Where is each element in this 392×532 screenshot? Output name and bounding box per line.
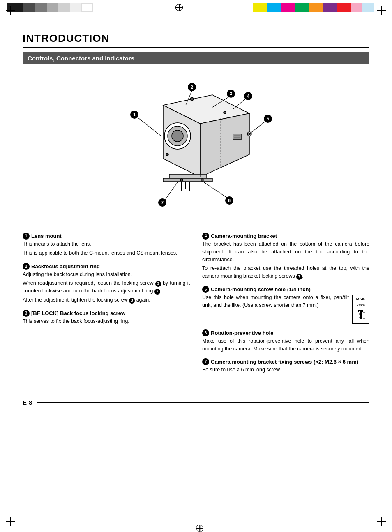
descriptions: 1 Lens mount This means to attach the le…	[23, 233, 369, 380]
ref-7: 7	[296, 274, 302, 280]
svg-text:7: 7	[161, 200, 164, 205]
cb-white	[81, 3, 93, 12]
page-title: INTRODUCTION	[23, 32, 369, 45]
color-bar-right	[253, 3, 385, 12]
desc-body-7: Be sure to use a 6 mm long screw.	[202, 366, 369, 374]
desc-title-6: 6 Rotation-preventive hole	[202, 329, 369, 336]
desc-item-7: 7 Camera mounting bracket fixing screws …	[202, 358, 369, 374]
description-column-right: 4 Camera-mounting bracket The bracket ha…	[202, 233, 369, 380]
description-column-left: 1 Lens mount This means to attach the le…	[23, 233, 190, 380]
svg-text:2: 2	[191, 85, 193, 90]
reg-mark-bottom-left	[6, 517, 15, 526]
camera-diagram: 1 2 3 4 5 6 7	[23, 72, 369, 220]
desc-body-2: Adjusting the back focus during lens ins…	[23, 271, 190, 304]
svg-rect-46	[358, 310, 363, 312]
num-7: 7	[202, 358, 209, 365]
desc-body-3: This serves to fix the back focus-adjust…	[23, 318, 190, 325]
label-3: [BF LOCK] Back focus locking screw	[31, 310, 125, 316]
ref-2a: 2	[154, 289, 160, 295]
desc-body-4: The bracket has been attached on the bot…	[202, 240, 369, 280]
num-5: 5	[202, 286, 209, 293]
svg-text:6: 6	[228, 198, 231, 203]
desc-body-5: MAX. 7mm	[202, 294, 369, 324]
desc-item-2: 2 Backfocus adjustment ring Adjusting th…	[23, 263, 190, 304]
desc-item-5: 5 Camera-mounting screw hole (1/4 inch) …	[202, 286, 369, 324]
svg-line-40	[204, 182, 227, 198]
cb-magenta	[281, 3, 295, 12]
cb-near-white	[70, 3, 81, 12]
crosshair-bottom-center	[196, 525, 203, 532]
svg-point-24	[201, 179, 203, 181]
num-1: 1	[23, 233, 30, 240]
num-3: 3	[23, 310, 30, 317]
section-header: Controls, Connectors and Indicators	[23, 52, 369, 64]
num-2: 2	[23, 263, 30, 270]
svg-rect-13	[163, 178, 212, 182]
svg-text:4: 4	[247, 94, 250, 99]
screw-svg	[355, 309, 367, 322]
svg-line-34	[233, 99, 245, 109]
screw-7mm-label: 7mm	[357, 303, 365, 309]
desc-item-4: 4 Camera-mounting bracket The bracket ha…	[202, 233, 369, 280]
cb-purple	[323, 3, 337, 12]
svg-text:1: 1	[133, 112, 136, 117]
cb-pink	[351, 3, 362, 12]
svg-point-23	[180, 179, 183, 181]
cb-lighter-gray	[58, 3, 70, 12]
label-6: Rotation-preventive hole	[211, 330, 273, 336]
cb-black	[7, 3, 23, 12]
desc-item-6: 6 Rotation-preventive hole Make use of t…	[202, 329, 369, 353]
svg-marker-2	[200, 113, 249, 177]
footer-line	[37, 402, 369, 403]
screw-diagram: MAX. 7mm	[352, 295, 369, 324]
svg-rect-18	[233, 134, 241, 140]
color-bar-left	[7, 3, 98, 12]
screw-max-label: MAX.	[356, 297, 366, 302]
cb-light-gray	[47, 3, 58, 12]
desc-body-1: This means to attach the lens. This is a…	[23, 240, 190, 257]
desc-title-2: 2 Backfocus adjustment ring	[23, 263, 190, 270]
desc-title-4: 4 Camera-mounting bracket	[202, 233, 369, 240]
color-bars-container	[0, 0, 392, 12]
cb-green	[295, 3, 309, 12]
svg-text:5: 5	[267, 116, 269, 121]
num-4: 4	[202, 233, 209, 240]
label-4: Camera-mounting bracket	[211, 233, 277, 239]
label-5: Camera-mounting screw hole (1/4 inch)	[211, 286, 311, 292]
cb-cyan	[267, 3, 281, 12]
crosshair-top-center-right	[175, 4, 183, 11]
desc-item-3: 3 [BF LOCK] Back focus locking screw Thi…	[23, 310, 190, 325]
desc-item-1: 1 Lens mount This means to attach the le…	[23, 233, 190, 257]
svg-line-43	[165, 182, 178, 200]
svg-line-25	[138, 117, 161, 136]
num-6: 6	[202, 329, 209, 336]
page-number: E-8	[23, 399, 32, 406]
svg-point-5	[172, 130, 183, 142]
cb-red	[337, 3, 351, 12]
svg-rect-48	[362, 311, 362, 312]
label-2: Backfocus adjustment ring	[31, 263, 100, 269]
svg-point-14	[190, 97, 194, 101]
cb-orange	[309, 3, 323, 12]
cb-mid-gray	[35, 3, 47, 12]
cb-light-blue	[362, 3, 374, 12]
label-7: Camera mounting bracket fixing screws (×…	[211, 359, 358, 365]
ref-3b: 3	[129, 298, 135, 304]
desc-title-7: 7 Camera mounting bracket fixing screws …	[202, 358, 369, 365]
svg-rect-49	[360, 312, 362, 319]
ref-3a: 3	[155, 281, 161, 287]
page-footer: E-8	[23, 396, 369, 406]
svg-point-15	[224, 111, 226, 114]
svg-rect-47	[359, 311, 360, 312]
desc-body-6: Make use of this rotation-preventive hol…	[202, 337, 369, 353]
desc-title-5: 5 Camera-mounting screw hole (1/4 inch)	[202, 286, 369, 293]
camera-illustration: 1 2 3 4 5 6 7	[110, 72, 282, 212]
svg-text:3: 3	[230, 91, 232, 96]
svg-line-37	[249, 122, 265, 134]
desc-title-1: 1 Lens mount	[23, 233, 190, 240]
cb-dark-gray	[23, 3, 35, 12]
label-1: Lens mount	[31, 233, 62, 239]
svg-point-7	[166, 153, 168, 156]
page-content: INTRODUCTION Controls, Connectors and In…	[0, 12, 392, 422]
desc-title-3: 3 [BF LOCK] Back focus locking screw	[23, 310, 190, 317]
